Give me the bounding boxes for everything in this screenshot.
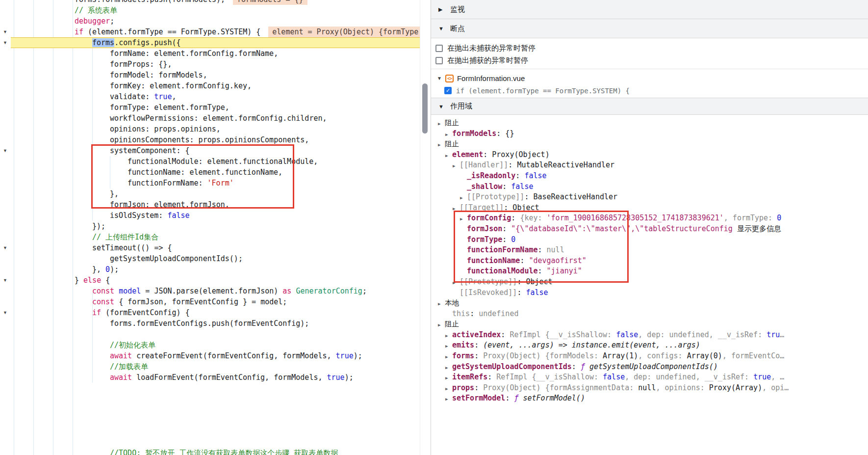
code-line[interactable] [0,383,420,394]
tree-arrow-icon[interactable]: ▶ [438,320,445,330]
code-line[interactable]: formProps: {}, [0,59,420,70]
code-line[interactable]: forms.formModels.push(formModels);formMo… [0,0,420,5]
editor-scrollbar[interactable] [420,0,431,455]
tree-arrow-icon[interactable]: ▶ [445,373,452,383]
scope-row[interactable]: formType: 0 [431,235,868,245]
scope-row[interactable]: ▶setFormModel: ƒ setFormModel() [431,393,868,404]
code-line[interactable]: validate: true, [0,91,420,102]
code-line[interactable]: //TODO: 暂不放开 工作流没有获取表单数据这个步骤 获取表单数据 [0,448,420,455]
code-line[interactable] [0,426,420,437]
expand-arrow-icon[interactable]: ▼ [437,76,442,81]
code-line[interactable]: //加载表单 [0,361,420,372]
tree-arrow-icon[interactable]: ▶ [460,214,467,224]
tree-arrow-icon[interactable]: ▶ [445,331,452,341]
code-line[interactable]: systemComponent: { [0,145,420,156]
fold-arrow-icon[interactable]: ▼ [1,39,9,47]
code-line[interactable]: if (element.formType == FormType.SYSTEM)… [0,27,420,37]
fold-arrow-icon[interactable]: ▼ [1,309,9,317]
scope-row[interactable]: ▶activeIndex: RefImpl {__v_isShallow: fa… [431,330,868,341]
code-line[interactable]: // 上传组件Id集合 [0,232,420,242]
scope-row[interactable]: ▶element: Proxy(Object) [431,150,868,161]
code-line[interactable] [0,329,420,340]
breakpoint-enabled-checkbox[interactable]: ✓ [444,87,452,94]
code-line[interactable]: }, 0); [0,264,420,275]
fold-arrow-icon[interactable]: ▼ [1,277,9,284]
scope-row[interactable]: ▶[[Prototype]]: Object [431,277,868,288]
scope-row[interactable]: ▶emits: (event, ...args) => instance.emi… [431,340,868,351]
code-line[interactable]: isOldSystem: false [0,210,420,221]
code-line[interactable]: } else { [0,275,420,286]
scope-row[interactable]: [[IsRevoked]]: false [431,288,868,298]
expand-arrow-icon[interactable]: ▼ [438,26,445,31]
code-line[interactable]: //初始化表单 [0,340,420,350]
scope-row[interactable]: ▶forms: Proxy(Object) {formModels: Array… [431,351,868,362]
expand-arrow-icon[interactable]: ▼ [438,104,445,109]
fold-arrow-icon[interactable]: ▼ [1,147,9,155]
scope-row[interactable]: ▶[[Prototype]]: BaseReactiveHandler [431,192,868,203]
tree-arrow-icon[interactable]: ▶ [445,130,452,139]
scope-row[interactable]: functionFormName: null [431,245,868,256]
code-line[interactable]: if (formEventConfig) { [0,307,420,318]
scope-row[interactable]: ▶getSystemUploadComponentIds: ƒ getSyste… [431,362,868,373]
scope-row[interactable]: ▶[[Target]]: Object [431,203,868,214]
tree-arrow-icon[interactable]: ▶ [460,193,467,203]
pause-on-caught-checkbox[interactable] [435,57,443,64]
breakpoints-section-header[interactable]: ▼ 断点 [431,19,868,38]
scope-row[interactable]: ▶formConfig: {key: 'form_190016868572830… [431,213,868,224]
code-line[interactable]: const { formJson, formEventConfig } = mo… [0,296,420,307]
breakpoint-file-row[interactable]: ▼ <> FormInformation.vue [437,72,868,84]
code-line[interactable]: formKey: element.formConfig.key, [0,80,420,91]
fold-arrow-icon[interactable]: ▼ [1,28,9,36]
code-line[interactable]: setTimeout(() => { [0,242,420,253]
fold-arrow-icon[interactable]: ▼ [1,244,9,252]
code-line[interactable] [0,394,420,404]
code-line[interactable] [0,415,420,426]
tree-arrow-icon[interactable]: ▶ [445,341,452,351]
code-line[interactable]: functionName: element.functionName, [0,167,420,178]
scope-row[interactable]: this: undefined [431,309,868,320]
tree-arrow-icon[interactable]: ▶ [438,119,445,129]
watch-section-header[interactable]: ▶ 监视 [431,0,868,19]
tree-arrow-icon[interactable]: ▶ [445,363,452,373]
scope-row[interactable]: ▶props: Proxy(Object) {formAssignmentDat… [431,383,868,394]
pause-on-uncaught-row[interactable]: 在抛出未捕获的异常时暂停 [435,42,868,54]
scope-row[interactable]: functionalModule: "jianyi" [431,266,868,277]
code-line[interactable]: opinions: props.opinions, [0,124,420,134]
scope-row[interactable]: ▶itemRefs: RefImpl {__v_isShallow: false… [431,372,868,383]
execution-line[interactable]: forms.configs.push({ [11,37,420,48]
tree-arrow-icon[interactable]: ▶ [453,278,460,288]
tree-arrow-icon[interactable]: ▶ [445,394,452,404]
code-line[interactable]: functionalModule: element.functionalModu… [0,156,420,167]
tree-arrow-icon[interactable]: ▶ [445,151,452,161]
code-line[interactable]: await loadFormEvent(formEventConfig, for… [0,372,420,383]
scope-row[interactable]: ▶阻止 [431,118,868,129]
code-line[interactable]: const model = JSON.parse(element.formJso… [0,286,420,296]
code-line[interactable]: forms.formEventConfigs.push(formEventCon… [0,318,420,329]
scope-row[interactable]: ▶阻止 [431,319,868,330]
code-line[interactable]: functionFormName: 'Form' [0,178,420,188]
tree-arrow-icon[interactable]: ▶ [445,352,452,362]
collapse-arrow-icon[interactable]: ▶ [438,6,445,13]
editor-scrollbar-thumb[interactable] [422,83,428,134]
tree-arrow-icon[interactable]: ▶ [453,204,460,214]
editor-gutter[interactable]: ▼▼▼▼▼▼ [0,0,11,455]
scope-row[interactable]: _shallow: false [431,182,868,192]
code-line[interactable]: debugger; [0,16,420,27]
scope-row[interactable]: ▶阻止 [431,139,868,150]
tree-arrow-icon[interactable]: ▶ [453,161,460,171]
code-editor-pane[interactable]: ▼▼▼▼▼▼ forms.formModels.push(formModels)… [0,0,420,455]
tree-arrow-icon[interactable]: ▶ [438,299,445,309]
pause-on-caught-row[interactable]: 在抛出捕获的异常时暂停 [435,54,868,67]
pause-on-uncaught-checkbox[interactable] [435,45,443,52]
scope-row[interactable]: ▶formModels: {} [431,129,868,139]
code-line[interactable] [0,437,420,448]
code-line[interactable]: getSystemUploadComponentIds(); [0,253,420,264]
scope-row[interactable]: formJson: "{\"databaseId\":\"master\",\"… [431,224,868,235]
tree-arrow-icon[interactable]: ▶ [445,384,452,394]
code-line[interactable]: formName: element.formConfig.formName, [0,48,420,59]
code-line[interactable]: workflowPermissions: element.formConfig.… [0,113,420,124]
scope-row[interactable]: functionName: "devgaofirst" [431,256,868,267]
code-line[interactable]: formModel: formModels, [0,70,420,80]
code-line[interactable]: opinionsComponents: props.opinionsCompon… [0,134,420,145]
code-line[interactable]: formType: element.formType, [0,102,420,113]
